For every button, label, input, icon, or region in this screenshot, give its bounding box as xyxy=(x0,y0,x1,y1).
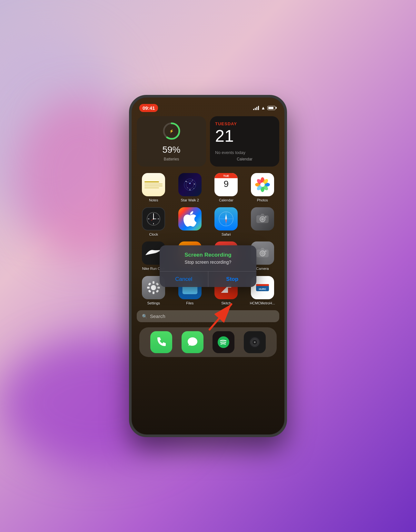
dialog-title: Screen Recording xyxy=(166,252,250,258)
phone-screen: 09:41 ▲ xyxy=(132,97,284,435)
dialog-message: Stop screen recording? xyxy=(166,260,250,265)
dialog-overlay: Screen Recording Stop screen recording? … xyxy=(132,97,284,435)
dialog-buttons: Cancel Stop xyxy=(160,271,256,287)
dialog-content: Screen Recording Stop screen recording? xyxy=(160,245,256,265)
screen-recording-dialog: Screen Recording Stop screen recording? … xyxy=(160,245,256,287)
phone-frame: 09:41 ▲ xyxy=(129,95,287,437)
dialog-cancel-button[interactable]: Cancel xyxy=(160,271,208,287)
dialog-stop-button[interactable]: Stop xyxy=(208,271,257,287)
